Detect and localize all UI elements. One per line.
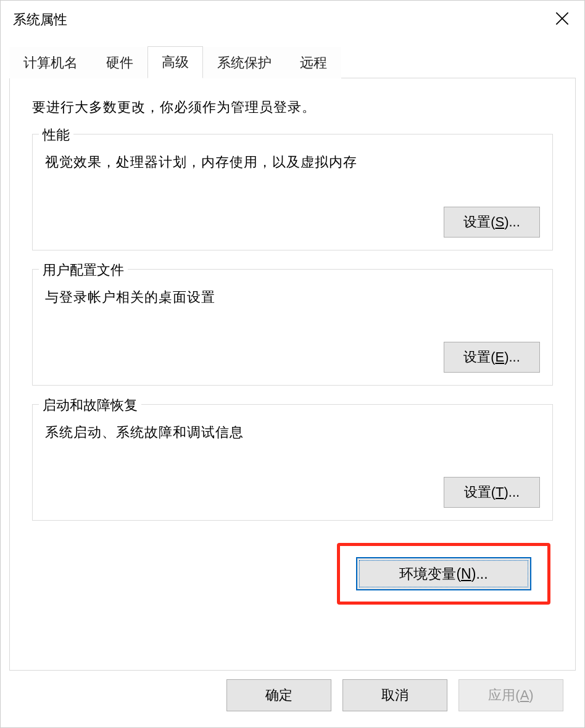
button-label: 环境变量( (399, 565, 461, 584)
environment-variables-row: 环境变量(N)... (32, 543, 553, 605)
apply-button: 应用(A) (458, 679, 563, 711)
environment-variables-button[interactable]: 环境变量(N)... (356, 557, 531, 590)
admin-note: 要进行大多数更改，你必须作为管理员登录。 (32, 98, 553, 117)
close-button[interactable] (542, 1, 582, 39)
button-label: 设置( (464, 483, 496, 502)
user-profiles-legend: 用户配置文件 (39, 261, 128, 279)
button-label: 设置( (463, 213, 495, 231)
tab-computer-name[interactable]: 计算机名 (9, 47, 92, 78)
button-hotkey: N (461, 566, 471, 582)
startup-recovery-settings-button[interactable]: 设置(T)... (444, 477, 540, 508)
performance-legend: 性能 (39, 126, 73, 144)
startup-recovery-legend: 启动和故障恢复 (39, 396, 141, 415)
performance-group: 性能 视觉效果，处理器计划，内存使用，以及虚拟内存 设置(S)... (32, 134, 553, 250)
tab-strip: 计算机名 硬件 高级 系统保护 远程 (9, 49, 576, 78)
user-profiles-settings-button[interactable]: 设置(E)... (444, 342, 540, 373)
button-label: 应用( (488, 686, 520, 705)
button-label: 设置( (463, 348, 495, 366)
advanced-panel: 要进行大多数更改，你必须作为管理员登录。 性能 视觉效果，处理器计划，内存使用，… (9, 78, 576, 671)
tab-system-protection[interactable]: 系统保护 (203, 47, 286, 78)
dialog-footer: 确定 取消 应用(A) (9, 671, 576, 720)
button-hotkey: S (495, 214, 504, 230)
user-profiles-group: 用户配置文件 与登录帐户相关的桌面设置 设置(E)... (32, 269, 553, 386)
window-title: 系统属性 (13, 10, 542, 29)
cancel-button[interactable]: 取消 (342, 679, 447, 711)
button-hotkey: E (495, 349, 504, 365)
button-hotkey: A (520, 687, 529, 703)
button-hotkey: T (496, 484, 504, 500)
system-properties-window: 系统属性 计算机名 硬件 高级 系统保护 远程 要进行大多数更改，你必须作为管理… (0, 0, 585, 728)
button-label-suffix: )... (504, 214, 520, 230)
button-label-suffix: )... (471, 566, 488, 582)
close-icon (555, 12, 569, 28)
ok-button[interactable]: 确定 (226, 679, 331, 711)
titlebar: 系统属性 (1, 1, 584, 39)
user-profiles-desc: 与登录帐户相关的桌面设置 (45, 287, 540, 307)
tab-advanced[interactable]: 高级 (147, 46, 203, 78)
button-label-suffix: )... (504, 349, 520, 365)
performance-desc: 视觉效果，处理器计划，内存使用，以及虚拟内存 (45, 152, 540, 172)
startup-recovery-desc: 系统启动、系统故障和调试信息 (45, 422, 540, 442)
highlight-frame: 环境变量(N)... (337, 543, 550, 605)
startup-recovery-group: 启动和故障恢复 系统启动、系统故障和调试信息 设置(T)... (32, 404, 553, 521)
button-label-suffix: )... (504, 484, 520, 500)
tab-hardware[interactable]: 硬件 (92, 47, 147, 78)
tab-remote[interactable]: 远程 (286, 47, 341, 78)
performance-settings-button[interactable]: 设置(S)... (444, 207, 540, 238)
button-label-suffix: ) (529, 687, 533, 703)
